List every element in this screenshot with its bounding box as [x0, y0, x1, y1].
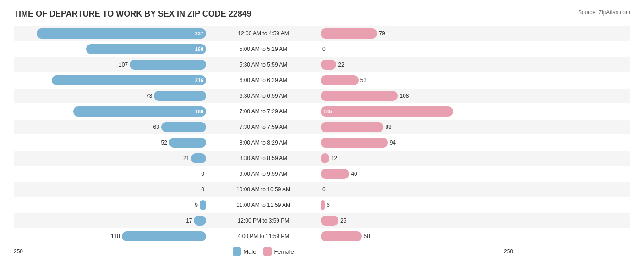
chart-row: 736:30 AM to 6:59 AM108: [14, 89, 630, 103]
male-value: 107: [115, 61, 128, 68]
female-value: 25: [340, 217, 353, 224]
male-bar: [200, 200, 206, 210]
time-label: 6:00 AM to 6:29 AM: [206, 77, 321, 84]
left-bar-area: 237: [14, 26, 206, 41]
right-bar-area: 94: [321, 135, 513, 150]
male-bar: [194, 216, 206, 226]
female-bar: [321, 138, 388, 148]
left-bar-area: 73: [14, 89, 206, 103]
chart-row: 637:30 AM to 7:59 AM88: [14, 120, 630, 134]
chart-row: 2166:00 AM to 6:29 AM53: [14, 73, 630, 88]
female-bar: [321, 169, 349, 179]
female-bar: 185: [321, 106, 453, 117]
axis-right-label: 250: [321, 248, 513, 255]
left-bar-area: 63: [14, 120, 206, 134]
left-bar-area: 52: [14, 135, 206, 150]
chart-row: 218:30 AM to 8:59 AM12: [14, 151, 630, 166]
male-bar: [154, 91, 206, 101]
male-value: 63: [147, 124, 159, 130]
right-bar-area: 53: [321, 73, 513, 88]
male-bar-value: 216: [195, 78, 203, 83]
male-value: 52: [154, 139, 167, 146]
male-bar: [161, 122, 206, 132]
male-bar: [169, 138, 206, 148]
legend-female-label: Female: [274, 248, 294, 255]
time-label: 5:30 AM to 5:59 AM: [206, 61, 321, 68]
female-value: 12: [331, 155, 344, 162]
axis-left-label: 250: [14, 248, 206, 255]
male-value: 0: [191, 186, 204, 193]
right-bar-area: 108: [321, 89, 513, 103]
chart-row: 23712:00 AM to 4:59 AM79: [14, 26, 630, 41]
legend-male-box: [233, 247, 241, 256]
time-label: 8:30 AM to 8:59 AM: [206, 155, 321, 162]
female-bar: [321, 122, 383, 132]
left-bar-area: 216: [14, 73, 206, 88]
chart-row: 09:00 AM to 9:59 AM40: [14, 167, 630, 181]
time-label: 12:00 PM to 3:59 PM: [206, 217, 321, 224]
female-bar: [321, 75, 359, 85]
male-value: 118: [107, 233, 120, 240]
female-value: 94: [390, 139, 403, 146]
chart-row: 528:00 AM to 8:29 AM94: [14, 135, 630, 150]
female-bar: [321, 231, 362, 241]
right-bar-area: 0: [321, 182, 513, 197]
right-bar-area: 0: [321, 42, 513, 56]
male-value: 9: [185, 202, 198, 208]
female-bar: [321, 153, 329, 163]
female-value: 53: [360, 77, 373, 84]
legend-female: Female: [263, 247, 294, 256]
female-value: 0: [322, 186, 335, 193]
male-value: 21: [176, 155, 189, 162]
left-bar-area: 168: [14, 42, 206, 56]
right-bar-area: 25: [321, 213, 513, 228]
female-value: 79: [379, 30, 392, 37]
male-bar: 186: [73, 106, 206, 117]
source-label: Source: ZipAtlas.com: [578, 9, 630, 16]
right-bar-area: 185: [321, 104, 513, 119]
female-bar: [321, 200, 325, 210]
chart-row: 1685:00 AM to 5:29 AM0: [14, 42, 630, 56]
male-bar-value: 186: [195, 109, 203, 114]
female-value: 108: [399, 93, 412, 99]
right-bar-area: 88: [321, 120, 513, 134]
time-label: 6:30 AM to 6:59 AM: [206, 93, 321, 99]
right-bar-area: 6: [321, 198, 513, 212]
right-bar-area: 12: [321, 151, 513, 166]
female-bar-value: 185: [323, 109, 332, 114]
legend-male-label: Male: [243, 248, 256, 255]
female-value: 88: [385, 124, 398, 130]
female-bar: [321, 28, 377, 39]
chart-row: 1075:30 AM to 5:59 AM22: [14, 57, 630, 72]
time-label: 8:00 AM to 8:29 AM: [206, 139, 321, 146]
right-bar-area: 22: [321, 57, 513, 72]
male-value: 73: [139, 93, 152, 99]
chart-row: 1712:00 PM to 3:59 PM25: [14, 213, 630, 228]
chart-row: 010:00 AM to 10:59 AM0: [14, 182, 630, 197]
right-bar-area: 40: [321, 167, 513, 181]
left-bar-area: 0: [14, 182, 206, 197]
left-bar-area: 17: [14, 213, 206, 228]
time-label: 9:00 AM to 9:59 AM: [206, 171, 321, 177]
male-value: 0: [191, 171, 204, 177]
time-label: 11:00 AM to 11:59 AM: [206, 202, 321, 208]
chart-row: 1867:00 AM to 7:29 AM185: [14, 104, 630, 119]
left-bar-area: 9: [14, 198, 206, 212]
time-label: 10:00 AM to 10:59 AM: [206, 186, 321, 193]
legend-male: Male: [233, 247, 256, 256]
chart-title: TIME OF DEPARTURE TO WORK BY SEX IN ZIP …: [14, 9, 251, 19]
male-bar: [122, 231, 206, 241]
male-bar: [130, 60, 206, 70]
left-bar-area: 0: [14, 167, 206, 181]
left-bar-area: 21: [14, 151, 206, 166]
female-value: 40: [351, 171, 364, 177]
male-bar: 216: [52, 75, 206, 85]
legend: Male Female: [206, 247, 321, 256]
chart-row: 911:00 AM to 11:59 AM6: [14, 198, 630, 212]
male-bar: 168: [86, 44, 206, 54]
chart-row: 1184:00 PM to 11:59 PM58: [14, 229, 630, 244]
female-bar: [321, 91, 398, 101]
axis-row: 250 Male Female 250: [14, 247, 630, 256]
male-bar-value: 237: [195, 31, 203, 36]
legend-female-box: [263, 247, 272, 256]
